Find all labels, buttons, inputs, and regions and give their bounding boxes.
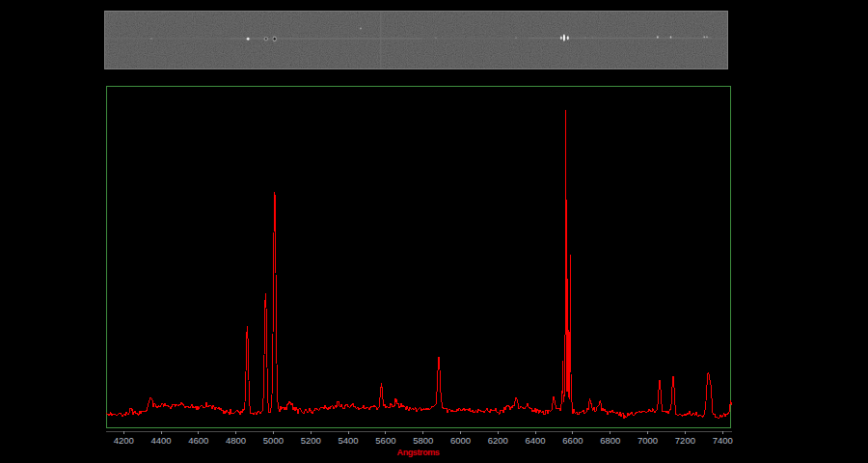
svg-text:6000: 6000 [450, 435, 471, 446]
svg-text:6600: 6600 [562, 435, 583, 446]
svg-text:4600: 4600 [188, 435, 208, 446]
svg-text:5800: 5800 [413, 435, 433, 446]
svg-text:5000: 5000 [263, 435, 284, 446]
svg-text:4400: 4400 [150, 435, 171, 446]
svg-text:Angstroms: Angstroms [397, 448, 440, 457]
svg-text:5400: 5400 [339, 435, 359, 446]
svg-text:7200: 7200 [675, 435, 695, 446]
svg-text:7400: 7400 [713, 435, 733, 446]
svg-text:7000: 7000 [637, 435, 658, 446]
svg-text:6200: 6200 [488, 435, 508, 446]
svg-text:5200: 5200 [301, 435, 321, 446]
svg-text:6400: 6400 [526, 435, 546, 446]
svg-text:4200: 4200 [114, 435, 134, 446]
svg-text:5600: 5600 [375, 435, 395, 446]
svg-text:6800: 6800 [600, 435, 620, 446]
svg-text:4800: 4800 [226, 435, 246, 446]
